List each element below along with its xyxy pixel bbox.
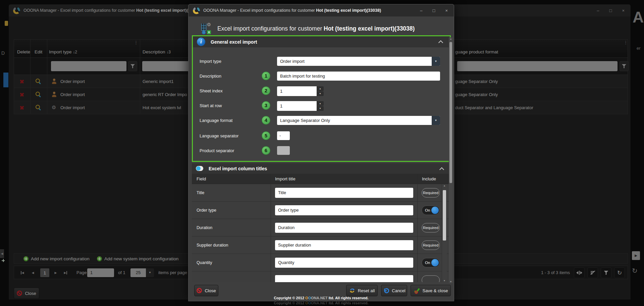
excel-import-config-dialog: OOONA Manager - Excel import configurati… [188, 4, 454, 301]
import-type-dropdown[interactable]: Order import▼ [277, 57, 440, 66]
columns-section-header[interactable]: Excel import column titles [192, 163, 451, 174]
general-section-title: General excel import [211, 39, 257, 45]
toggle-knob [431, 259, 439, 266]
scroll-up-icon[interactable]: ▲ [442, 184, 447, 187]
scroll-down-icon[interactable]: ▼ [442, 279, 447, 282]
title-customer: Hot (testing excel import)(33038) [316, 8, 381, 13]
quantity-import-title-input[interactable]: Quantity [275, 258, 413, 268]
chevron-down-icon[interactable]: ▼ [432, 116, 440, 125]
order-type-include-toggle[interactable]: On [422, 206, 440, 215]
order-type-import-title-input[interactable]: Order type [275, 205, 413, 215]
column-title-row: TitleTitleRequired [192, 184, 451, 202]
toggle-label: On [425, 206, 430, 215]
description-label: Description [200, 74, 221, 79]
save-check-icon [414, 288, 420, 294]
copyright-text: ltd. All rights reserved. [328, 296, 369, 300]
minimize-button[interactable]: – [420, 8, 422, 13]
language-format-dropdown[interactable]: Language Separator Only▼ [277, 116, 440, 125]
selected-value: Order import [280, 57, 305, 66]
column-title-row: QuantityQuantityOn [192, 254, 451, 271]
column-header-import-title: Import title [275, 174, 296, 184]
sheet-index-stepper[interactable]: ▲▼ [317, 86, 324, 96]
selected-value: Language Separator Only [280, 116, 330, 125]
reset-icon [349, 288, 355, 294]
dialog-scrollbar[interactable]: ▲ ▼ [449, 37, 453, 283]
spin-up-icon[interactable]: ▲ [317, 86, 324, 91]
language-separator-input[interactable]: - [277, 131, 290, 140]
quantity-include-toggle[interactable]: On [422, 258, 440, 267]
header-customer: Hot (testing excel import)(33038) [324, 25, 415, 32]
brand-letter: O [308, 296, 311, 300]
scrollbar-thumb[interactable] [449, 42, 452, 183]
info-icon: i [197, 38, 205, 46]
close-button-label: Close [205, 288, 216, 293]
spin-down-icon[interactable]: ▼ [317, 91, 324, 96]
duration-import-title-input[interactable]: Duration [275, 223, 413, 233]
close-dialog-button[interactable]: × [445, 8, 448, 13]
dialog-title: OOONA Manager - Excel import configurati… [203, 8, 381, 13]
field-label: Order type [197, 202, 216, 219]
start-at-row-label: Start at row [200, 103, 222, 108]
columns-section-title: Excel import column titles [209, 166, 267, 171]
supplier-duration-required-badge: Required [422, 241, 440, 250]
start-at-row-input[interactable]: 1 [277, 101, 317, 111]
collapse-chevron-icon[interactable] [438, 40, 443, 45]
column-titles-rows: TitleTitleRequiredOrder typeOrder typeOn… [192, 184, 451, 282]
title-required-badge: Required [422, 188, 440, 198]
general-section: i General excel import Import typeOrder … [192, 35, 451, 162]
sheet-index-input[interactable]: 1 [277, 86, 317, 96]
field-label: Title [197, 184, 204, 202]
toggle-icon [196, 166, 203, 171]
close-button[interactable]: Close [194, 285, 218, 296]
step-badge: 4 [262, 116, 270, 125]
reset-all-button[interactable]: Reset all [346, 285, 378, 296]
import-title-input[interactable] [275, 275, 413, 282]
column-title-row: DurationDurationRequired [192, 219, 451, 236]
spin-up-icon[interactable]: ▲ [317, 101, 324, 106]
product-separator-input [277, 146, 290, 155]
column-header-include: Include [422, 174, 436, 184]
scroll-down-icon[interactable]: ▼ [449, 280, 453, 283]
spin-down-icon[interactable]: ▼ [317, 106, 324, 111]
supplier-duration-import-title-input[interactable]: Supplier duration [275, 240, 413, 250]
cancel-button[interactable]: Cancel [381, 285, 407, 296]
language-separator-label: Language separator [200, 133, 238, 138]
cancel-button-label: Cancel [392, 288, 405, 293]
save-and-close-button[interactable]: Save & close [411, 285, 451, 296]
general-section-header[interactable]: i General excel import [193, 36, 450, 47]
title-prefix: OOONA Manager - Excel import configurati… [203, 8, 316, 13]
toggle-label: On [425, 258, 430, 267]
scrollbar-thumb[interactable] [443, 190, 446, 241]
chevron-down-icon[interactable]: ▼ [432, 57, 440, 66]
collapse-chevron-icon[interactable] [439, 167, 444, 172]
excel-import-icon: ⚙↑X [201, 23, 211, 34]
product-separator-label: Product separator [200, 148, 234, 153]
toggle-knob [431, 207, 439, 214]
step-badge: 5 [262, 131, 270, 140]
field-label: Supplier duration [197, 236, 228, 254]
title-import-title-input[interactable]: Title [275, 188, 413, 198]
step-badge: 1 [262, 72, 270, 80]
prohibit-icon [197, 288, 202, 293]
field-label: Quantity [197, 254, 212, 271]
dialog-header-text: Excel import configurations for customer… [217, 25, 415, 32]
sheet-index-label: Sheet index [200, 88, 223, 93]
column-header-field: Field [197, 174, 206, 184]
language-format-label: Language format [200, 118, 232, 123]
maximize-button[interactable]: □ [433, 8, 435, 13]
table-scrollbar[interactable]: ▲ ▼ [442, 184, 447, 282]
step-badge: 3 [262, 101, 270, 110]
brand-letter: O [305, 296, 308, 300]
scroll-up-icon[interactable]: ▲ [449, 38, 453, 40]
column-title-row: Supplier durationSupplier durationRequir… [192, 236, 451, 254]
description-input[interactable]: Batch import for testing [277, 72, 440, 81]
duration-required-badge: Required [422, 223, 440, 232]
include-badge [422, 275, 440, 282]
ooona-logo-icon [193, 7, 200, 14]
copyright-text: Copyright © 2012 [274, 296, 305, 300]
dialog-header: ⚙↑X Excel import configurations for cust… [189, 20, 454, 37]
column-titles-table-header: Field Import title Include [192, 174, 451, 184]
column-title-row-partial [192, 271, 451, 282]
step-badge: 2 [262, 86, 270, 95]
start-at-row-stepper[interactable]: ▲▼ [317, 101, 324, 111]
